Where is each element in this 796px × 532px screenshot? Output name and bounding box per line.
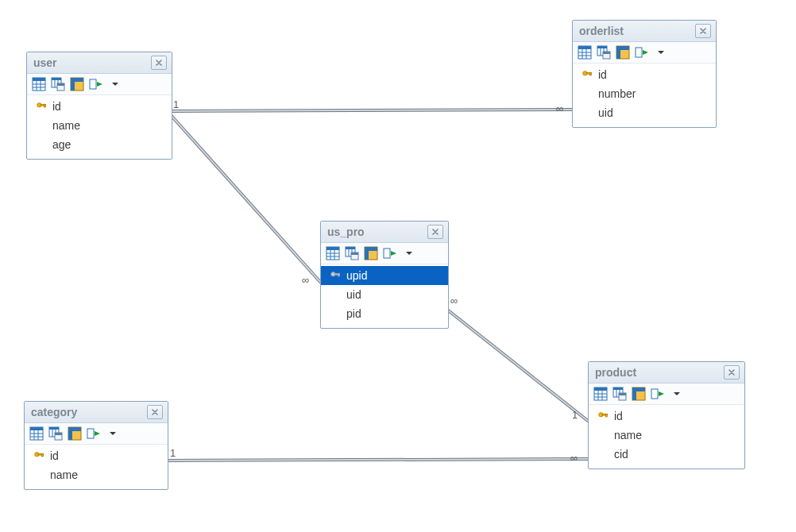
- grid-icon[interactable]: [325, 245, 341, 261]
- field-row[interactable]: cid: [589, 445, 744, 464]
- svg-rect-1: [33, 78, 45, 81]
- svg-rect-75: [606, 414, 608, 417]
- close-icon[interactable]: [151, 56, 167, 70]
- grid-icon[interactable]: [31, 76, 47, 92]
- svg-rect-45: [346, 247, 355, 249]
- field-name: cid: [614, 446, 736, 462]
- pivot-icon[interactable]: [631, 386, 647, 402]
- svg-rect-56: [338, 273, 340, 276]
- field-list: idnamecid: [589, 405, 744, 468]
- pivot-icon[interactable]: [69, 76, 85, 92]
- pivot-icon[interactable]: [363, 245, 379, 261]
- diagram-canvas[interactable]: useridnameageorderlistidnumberuidus_prou…: [0, 0, 796, 532]
- close-icon[interactable]: [427, 225, 443, 239]
- dropdown-icon[interactable]: [653, 44, 669, 60]
- table-titlebar[interactable]: us_pro: [321, 222, 448, 243]
- cardinality-label: 1: [170, 448, 176, 458]
- svg-rect-49: [351, 253, 358, 255]
- field-list: idname: [25, 445, 168, 489]
- field-row[interactable]: id: [573, 65, 716, 84]
- run-icon[interactable]: [86, 426, 102, 441]
- pivot-icon[interactable]: [615, 44, 631, 60]
- primary-key-icon: [329, 270, 342, 281]
- svg-rect-89: [68, 427, 81, 431]
- svg-rect-37: [590, 72, 592, 75]
- table-toolbar: [321, 243, 448, 264]
- table-title: category: [31, 406, 77, 418]
- cardinality-label: ∞: [570, 453, 578, 463]
- field-name: id: [52, 98, 164, 114]
- field-name: uid: [346, 287, 440, 303]
- cardinality-label: ∞: [450, 295, 458, 306]
- field-row[interactable]: name: [27, 116, 172, 135]
- run-icon[interactable]: [88, 76, 104, 92]
- svg-rect-53: [384, 249, 390, 258]
- svg-rect-94: [42, 453, 44, 457]
- svg-rect-87: [55, 433, 62, 435]
- table-orderlist[interactable]: orderlistidnumberuid: [572, 20, 717, 128]
- close-icon[interactable]: [147, 405, 163, 419]
- table-calc-icon[interactable]: [48, 426, 64, 441]
- dropdown-icon[interactable]: [105, 426, 121, 441]
- grid-icon[interactable]: [577, 44, 593, 60]
- primary-key-icon: [581, 69, 593, 80]
- svg-rect-71: [632, 391, 636, 400]
- field-name: number: [598, 86, 708, 102]
- table-calc-icon[interactable]: [50, 76, 66, 92]
- dropdown-icon[interactable]: [669, 386, 685, 402]
- table-category[interactable]: categoryidname: [24, 401, 168, 490]
- table-titlebar[interactable]: orderlist: [573, 21, 716, 42]
- svg-rect-32: [616, 46, 629, 50]
- close-icon[interactable]: [695, 24, 711, 38]
- close-icon[interactable]: [724, 365, 740, 380]
- field-name: name: [614, 427, 736, 443]
- primary-key-icon: [597, 411, 609, 422]
- field-name: id: [614, 408, 736, 424]
- grid-icon[interactable]: [29, 426, 44, 441]
- table-product[interactable]: productidnamecid: [588, 361, 745, 469]
- field-row[interactable]: id: [589, 407, 744, 426]
- table-user[interactable]: useridnameage: [26, 52, 172, 160]
- svg-rect-11: [57, 83, 64, 86]
- field-row[interactable]: number: [573, 84, 716, 103]
- svg-rect-18: [44, 104, 46, 107]
- svg-rect-70: [632, 387, 645, 391]
- svg-rect-30: [603, 52, 610, 54]
- table-titlebar[interactable]: user: [27, 52, 172, 74]
- field-name: id: [598, 67, 708, 83]
- field-row[interactable]: name: [25, 465, 168, 484]
- svg-rect-58: [594, 387, 607, 391]
- svg-rect-77: [30, 427, 43, 430]
- table-titlebar[interactable]: product: [589, 362, 744, 384]
- svg-rect-20: [578, 46, 591, 49]
- table-calc-icon[interactable]: [612, 386, 628, 402]
- run-icon[interactable]: [382, 245, 398, 261]
- dropdown-icon[interactable]: [401, 245, 417, 261]
- cardinality-label: 1: [173, 99, 179, 110]
- field-row[interactable]: age: [27, 135, 172, 154]
- field-row[interactable]: id: [27, 97, 172, 116]
- run-icon[interactable]: [634, 44, 650, 60]
- field-list: idnameage: [27, 95, 172, 159]
- cardinality-label: ∞: [556, 103, 563, 114]
- field-row[interactable]: uid: [573, 103, 716, 122]
- table-title: product: [595, 366, 636, 379]
- table-calc-icon[interactable]: [596, 44, 612, 60]
- field-row[interactable]: uid: [321, 285, 448, 304]
- table-us_pro[interactable]: us_proupiduidpid: [320, 221, 449, 329]
- svg-rect-33: [616, 50, 620, 59]
- svg-rect-83: [49, 427, 59, 430]
- field-row[interactable]: id: [25, 446, 168, 465]
- grid-icon[interactable]: [593, 386, 609, 402]
- table-titlebar[interactable]: category: [25, 402, 168, 423]
- svg-rect-68: [619, 393, 626, 395]
- field-row[interactable]: upid: [321, 266, 448, 285]
- svg-rect-14: [71, 82, 75, 91]
- table-calc-icon[interactable]: [344, 245, 360, 261]
- field-row[interactable]: name: [589, 426, 744, 445]
- pivot-icon[interactable]: [67, 426, 83, 441]
- run-icon[interactable]: [650, 386, 666, 402]
- field-row[interactable]: pid: [321, 304, 448, 323]
- table-title: orderlist: [579, 25, 624, 37]
- dropdown-icon[interactable]: [107, 76, 123, 92]
